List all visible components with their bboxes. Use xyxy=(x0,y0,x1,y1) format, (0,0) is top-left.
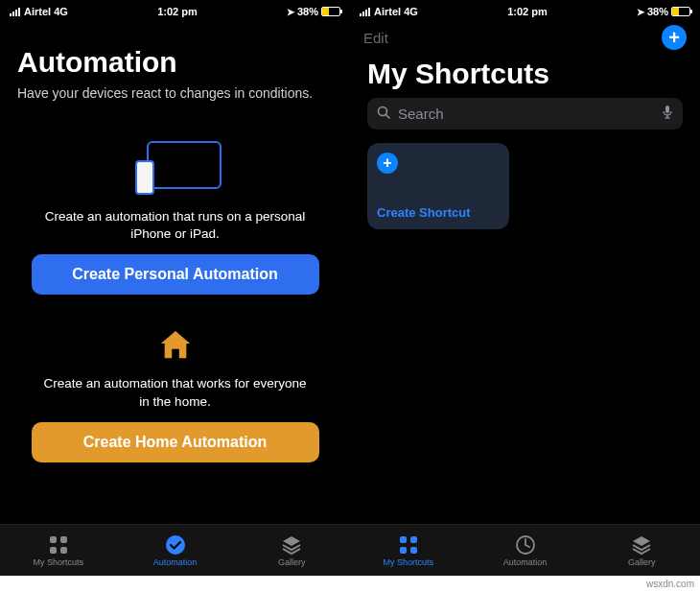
carrier-label: Airtel 4G xyxy=(24,6,68,17)
clock-check-icon xyxy=(165,534,186,556)
tab-gallery[interactable]: Gallery xyxy=(233,525,350,576)
clock-label: 1:02 pm xyxy=(157,6,198,17)
signal-icon xyxy=(360,7,370,16)
page-title: Automation xyxy=(17,46,333,79)
add-shortcut-button[interactable]: + xyxy=(662,25,687,50)
svg-rect-3 xyxy=(60,547,67,554)
svg-rect-12 xyxy=(400,547,407,554)
create-personal-automation-button[interactable]: Create Personal Automation xyxy=(32,254,319,295)
svg-rect-13 xyxy=(410,547,417,554)
tab-label: Automation xyxy=(153,557,198,567)
create-home-automation-button[interactable]: Create Home Automation xyxy=(32,422,319,462)
page-subtitle: Have your devices react to changes in co… xyxy=(17,84,333,103)
search-field[interactable] xyxy=(367,98,683,130)
svg-rect-10 xyxy=(400,536,407,543)
home-automation-section: Create an automation that works for ever… xyxy=(17,323,333,462)
battery-percent: 38% xyxy=(297,6,318,17)
clock-label: 1:02 pm xyxy=(507,6,548,17)
svg-rect-2 xyxy=(50,547,57,554)
svg-rect-0 xyxy=(50,536,57,543)
tab-label: Gallery xyxy=(278,557,306,567)
personal-automation-desc: Create an automation that runs on a pers… xyxy=(41,208,310,243)
location-icon: ➤ xyxy=(637,7,644,17)
tab-gallery[interactable]: Gallery xyxy=(583,525,700,576)
home-automation-desc: Create an automation that works for ever… xyxy=(41,375,310,410)
carrier-label: Airtel 4G xyxy=(374,6,418,17)
svg-rect-11 xyxy=(410,536,417,543)
svg-rect-7 xyxy=(665,106,669,113)
search-input[interactable] xyxy=(398,106,654,122)
tab-label: Automation xyxy=(503,557,548,567)
tab-label: My Shortcuts xyxy=(384,557,434,567)
battery-icon xyxy=(671,7,690,16)
location-icon: ➤ xyxy=(287,7,294,17)
home-icon xyxy=(157,329,194,362)
tab-my-shortcuts[interactable]: My Shortcuts xyxy=(350,525,467,576)
tab-bar: My Shortcuts Automation Gallery xyxy=(0,524,350,576)
grid-icon xyxy=(398,534,419,556)
svg-point-4 xyxy=(166,535,185,555)
battery-percent: 38% xyxy=(647,6,668,17)
signal-icon xyxy=(10,7,20,16)
svg-line-6 xyxy=(386,115,390,119)
tab-automation[interactable]: Automation xyxy=(467,525,584,576)
personal-automation-section: Create an automation that runs on a pers… xyxy=(17,131,333,295)
clock-check-icon xyxy=(515,534,536,556)
create-shortcut-card[interactable]: + Create Shortcut xyxy=(367,143,509,229)
stack-icon xyxy=(631,534,652,556)
plus-icon: + xyxy=(377,153,398,174)
mic-icon[interactable] xyxy=(662,105,673,123)
search-icon xyxy=(377,106,390,122)
automation-screen: Airtel 4G 1:02 pm ➤ 38% Automation Have … xyxy=(0,0,350,576)
my-shortcuts-screen: Airtel 4G 1:02 pm ➤ 38% Edit + My Shortc… xyxy=(350,0,700,576)
tab-automation[interactable]: Automation xyxy=(117,525,234,576)
status-bar: Airtel 4G 1:02 pm ➤ 38% xyxy=(0,0,350,21)
edit-button[interactable]: Edit xyxy=(363,30,388,46)
tab-label: My Shortcuts xyxy=(34,557,84,567)
tab-my-shortcuts[interactable]: My Shortcuts xyxy=(0,525,117,576)
svg-rect-1 xyxy=(60,536,67,543)
grid-icon xyxy=(48,534,69,556)
battery-icon xyxy=(321,7,340,16)
watermark: wsxdn.com xyxy=(646,579,694,589)
status-bar: Airtel 4G 1:02 pm ➤ 38% xyxy=(350,0,700,21)
create-shortcut-label: Create Shortcut xyxy=(377,205,500,220)
devices-icon xyxy=(129,141,222,195)
stack-icon xyxy=(281,534,302,556)
tab-label: Gallery xyxy=(628,557,656,567)
tab-bar: My Shortcuts Automation Gallery xyxy=(350,524,700,576)
page-title: My Shortcuts xyxy=(367,58,683,90)
